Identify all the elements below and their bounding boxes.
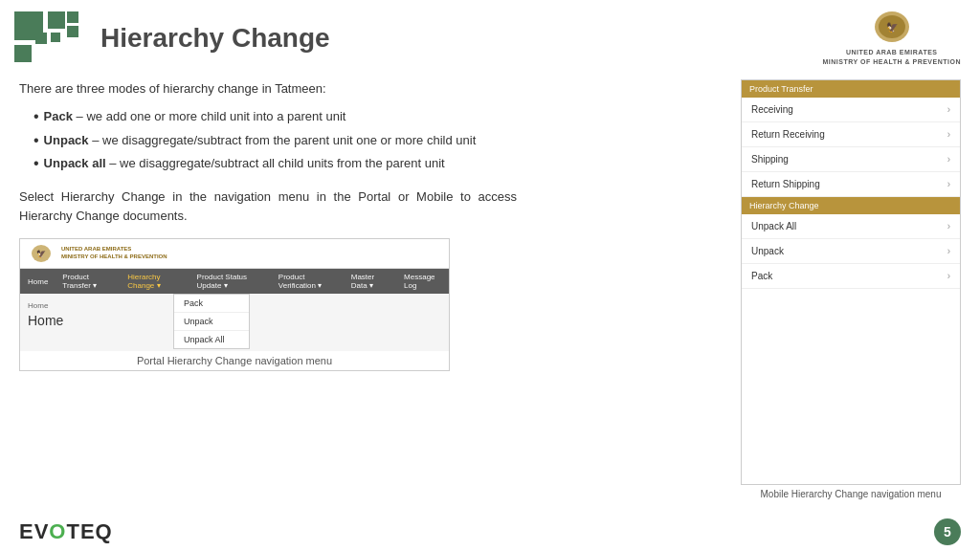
page-title: Hierarchy Change — [100, 23, 330, 54]
bullet-term: Pack – we add one or more child unit int… — [44, 107, 346, 126]
page-number: 5 — [934, 518, 961, 545]
mobile-product-transfer-header: Product Transfer — [742, 80, 960, 98]
left-panel: There are three modes of hierarchy chang… — [19, 79, 722, 503]
mobile-caption: Mobile Hierarchy Change navigation menu — [741, 485, 961, 503]
portal-nav-product-verification[interactable]: Product Verification ▾ — [278, 273, 337, 290]
mobile-nav-unpack-label: Unpack — [751, 246, 784, 256]
evoteq-logo: EVOTEQ — [19, 519, 113, 544]
evoteq-teq: TEQ — [66, 519, 112, 543]
portal-nav-product-status[interactable]: Product Status Update ▾ — [197, 273, 264, 290]
svg-text:🦅: 🦅 — [886, 21, 899, 33]
portal-nav-hierarchy-change[interactable]: Hierarchy Change ▾ — [127, 273, 182, 290]
chevron-right-icon: › — [947, 104, 950, 115]
portal-dropdown: Pack Unpack Unpack All — [173, 294, 250, 349]
portal-header: 🦅 UNITED ARAB EMIRATES MINISTRY OF HEALT… — [20, 239, 449, 269]
bullet-term: Unpack all – we disaggregate/subtract al… — [44, 154, 445, 173]
mobile-nav: Product Transfer Receiving › Return Rece… — [741, 79, 961, 485]
mobile-nav-return-shipping[interactable]: Return Shipping › — [742, 172, 960, 197]
mobile-nav-shipping[interactable]: Shipping › — [742, 147, 960, 172]
portal-screenshot: 🦅 UNITED ARAB EMIRATES MINISTRY OF HEALT… — [19, 238, 450, 371]
mobile-nav-unpack-all[interactable]: Unpack All › — [742, 214, 960, 239]
bullet-list: Pack – we add one or more child unit int… — [19, 107, 722, 173]
mobile-nav-pack-label: Pack — [751, 271, 772, 281]
svg-rect-3 — [35, 33, 47, 44]
portal-nav-message-log[interactable]: Message Log — [404, 273, 441, 290]
dropdown-pack[interactable]: Pack — [174, 295, 249, 313]
chevron-right-icon: › — [947, 179, 950, 189]
mobile-nav-shipping-label: Shipping — [751, 154, 789, 165]
bullet-desc: – we disaggregate/subtract all child uni… — [106, 156, 445, 170]
page-header: Hierarchy Change 🦅 UNITED ARAB EMIRATES … — [0, 0, 980, 72]
svg-rect-1 — [48, 11, 65, 29]
chevron-right-icon: › — [947, 221, 950, 231]
portal-caption: Portal Hierarchy Change navigation menu — [20, 351, 449, 370]
bullet-desc: – we disaggregate/subtract from the pare… — [89, 133, 477, 147]
page-footer: EVOTEQ 5 — [0, 513, 980, 551]
portal-nav-master-data[interactable]: Master Data ▾ — [351, 273, 390, 290]
portal-nav-home[interactable]: Home — [28, 277, 48, 286]
bullet-desc: – we add one or more child unit into a p… — [73, 109, 345, 123]
mobile-nav-unpack-all-label: Unpack All — [751, 221, 796, 231]
svg-text:🦅: 🦅 — [36, 249, 46, 258]
mobile-nav-return-shipping-label: Return Shipping — [751, 179, 820, 189]
uae-emblem-icon: 🦅 — [868, 10, 916, 48]
portal-uae-text: UNITED ARAB EMIRATES MINISTRY OF HEALTH … — [61, 246, 167, 261]
portal-emblem-icon: 🦅 — [30, 244, 54, 263]
chevron-right-icon: › — [947, 154, 950, 165]
mobile-nav-unpack[interactable]: Unpack › — [742, 239, 960, 264]
svg-rect-4 — [67, 11, 78, 23]
bullet-term: Unpack – we disaggregate/subtract from t… — [44, 131, 477, 150]
portal-nav: Home Product Transfer ▾ Hierarchy Change… — [20, 269, 449, 294]
svg-rect-6 — [51, 33, 60, 42]
mobile-nav-receiving[interactable]: Receiving › — [742, 98, 960, 122]
list-item: Unpack – we disaggregate/subtract from t… — [33, 131, 722, 150]
chevron-right-icon: › — [947, 271, 950, 281]
dropdown-unpack[interactable]: Unpack — [174, 313, 249, 331]
mobile-nav-return-receiving[interactable]: Return Receiving › — [742, 122, 960, 147]
evoteq-text: EVOTEQ — [19, 519, 113, 544]
portal-nav-product-transfer[interactable]: Product Transfer ▾ — [62, 273, 113, 290]
svg-rect-5 — [67, 26, 78, 37]
select-text: Select Hierarchy Change in the navigatio… — [19, 187, 517, 228]
chevron-right-icon: › — [947, 246, 950, 256]
mobile-hierarchy-change-header: Hierarchy Change — [742, 197, 960, 214]
company-logo-icon — [14, 11, 91, 64]
right-panel: Product Transfer Receiving › Return Rece… — [741, 79, 961, 503]
intro-text: There are three modes of hierarchy chang… — [19, 79, 722, 99]
list-item: Unpack all – we disaggregate/subtract al… — [33, 154, 722, 173]
svg-rect-2 — [14, 45, 32, 62]
chevron-right-icon: › — [947, 129, 950, 140]
mobile-nav-receiving-label: Receiving — [751, 104, 793, 115]
evoteq-ev: EV — [19, 519, 49, 543]
dropdown-unpack-all[interactable]: Unpack All — [174, 331, 249, 348]
list-item: Pack – we add one or more child unit int… — [33, 107, 722, 126]
evoteq-o: O — [49, 519, 66, 543]
uae-text: UNITED ARAB EMIRATES MINISTRY OF HEALTH … — [823, 48, 962, 67]
main-content: There are three modes of hierarchy chang… — [0, 72, 980, 503]
mobile-nav-return-receiving-label: Return Receiving — [751, 129, 825, 140]
uae-logo: 🦅 UNITED ARAB EMIRATES MINISTRY OF HEALT… — [823, 10, 962, 67]
mobile-nav-pack[interactable]: Pack › — [742, 264, 960, 289]
header-left: Hierarchy Change — [14, 11, 330, 64]
